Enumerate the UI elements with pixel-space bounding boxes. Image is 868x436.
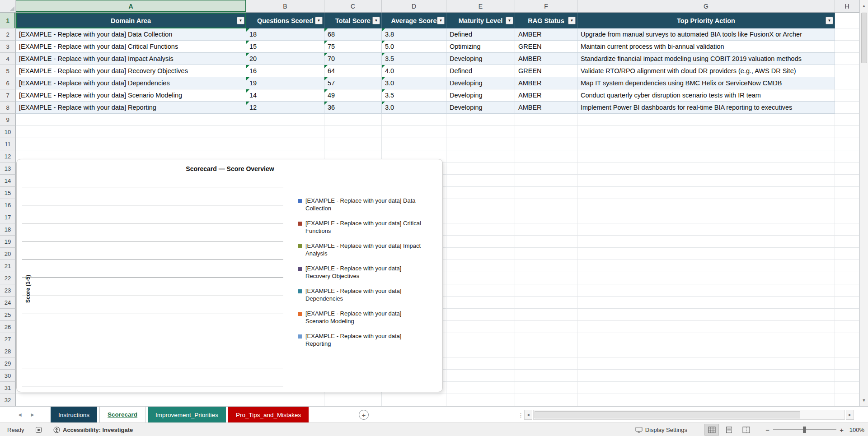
filter-button-A1[interactable]: ▼ (237, 17, 244, 24)
cell-B11[interactable] (246, 138, 324, 150)
cell-G3[interactable]: Maintain current process with bi-annual … (577, 41, 835, 53)
row-header-24[interactable]: 24 (0, 297, 16, 309)
cell-G21[interactable] (577, 260, 835, 272)
tab-strip-resize-handle[interactable]: ⋮ (518, 407, 524, 423)
cell-F19[interactable] (515, 236, 577, 248)
cell-G12[interactable] (577, 150, 835, 162)
cell-B5[interactable]: 16 (246, 65, 324, 77)
row-header-22[interactable]: 22 (0, 272, 16, 284)
cell-G24[interactable] (577, 297, 835, 309)
filter-button-E1[interactable]: ▼ (506, 17, 513, 24)
cell-A6[interactable]: [EXAMPLE - Replace with your data] Depen… (16, 77, 246, 89)
cell-C9[interactable] (324, 114, 382, 126)
cell-A10[interactable] (16, 126, 246, 138)
cell-G32[interactable] (577, 394, 835, 406)
cell-H16[interactable] (835, 199, 859, 211)
cell-H12[interactable] (835, 150, 859, 162)
cell-F8[interactable]: AMBER (515, 102, 577, 114)
cell-H6[interactable] (835, 77, 859, 89)
row-header-25[interactable]: 25 (0, 309, 16, 321)
cell-G29[interactable] (577, 357, 835, 370)
cell-E15[interactable] (446, 187, 515, 199)
cell-E18[interactable] (446, 223, 515, 236)
cell-D11[interactable] (382, 138, 446, 150)
sheet-nav-right-icon[interactable]: ► (30, 407, 35, 423)
cell-E29[interactable] (446, 357, 515, 370)
legend-item[interactable]: [EXAMPLE - Replace with your data] Recov… (298, 265, 422, 280)
cell-F30[interactable] (515, 370, 577, 382)
cell-C6[interactable]: 57 (324, 77, 382, 89)
cell-G13[interactable] (577, 162, 835, 175)
zoom-in-icon[interactable]: + (840, 423, 844, 436)
legend-item[interactable]: [EXAMPLE - Replace with your data] Impac… (298, 242, 422, 257)
cell-H13[interactable] (835, 162, 859, 175)
cell-F32[interactable] (515, 394, 577, 406)
cell-F22[interactable] (515, 272, 577, 284)
cell-E4[interactable]: Developing (446, 53, 515, 65)
cell-G2[interactable]: Upgrade from manual surveys to automated… (577, 28, 835, 41)
cell-C4[interactable]: 70 (324, 53, 382, 65)
cell-E16[interactable] (446, 199, 515, 211)
accessibility-status[interactable]: Accessibility: Investigate (53, 423, 133, 436)
legend-item[interactable]: [EXAMPLE - Replace with your data] Scena… (298, 310, 422, 325)
cell-E28[interactable] (446, 345, 515, 357)
display-settings-button[interactable]: Display Settings (635, 423, 687, 436)
row-header-6[interactable]: 6 (0, 77, 16, 89)
view-page-break-icon[interactable] (739, 424, 753, 436)
cell-F26[interactable] (515, 321, 577, 333)
cell-F5[interactable]: GREEN (515, 65, 577, 77)
cell-G19[interactable] (577, 236, 835, 248)
cell-E9[interactable] (446, 114, 515, 126)
cell-E8[interactable]: Developing (446, 102, 515, 114)
cell-H8[interactable] (835, 102, 859, 114)
cell-B3[interactable]: 15 (246, 41, 324, 53)
score-overview-chart[interactable]: Scorecard — Score Overview Score (1-5) [… (16, 159, 443, 392)
cell-D5[interactable]: 4.0 (382, 65, 446, 77)
cell-A7[interactable]: [EXAMPLE - Replace with your data] Scena… (16, 89, 246, 102)
cell-C32[interactable] (324, 394, 382, 406)
cell-H7[interactable] (835, 89, 859, 102)
cell-H4[interactable] (835, 53, 859, 65)
cell-D32[interactable] (382, 394, 446, 406)
cell-A1[interactable]: Domain Area▼ (16, 13, 246, 28)
select-all-corner[interactable] (0, 0, 16, 12)
cell-A32[interactable] (16, 394, 246, 406)
cell-E32[interactable] (446, 394, 515, 406)
row-header-26[interactable]: 26 (0, 321, 16, 333)
sheet-tab-Instructions[interactable]: Instructions (51, 407, 97, 423)
cell-D9[interactable] (382, 114, 446, 126)
column-header-G[interactable]: G (577, 0, 835, 12)
row-header-17[interactable]: 17 (0, 211, 16, 223)
cell-G11[interactable] (577, 138, 835, 150)
row-header-28[interactable]: 28 (0, 345, 16, 357)
cell-F20[interactable] (515, 248, 577, 260)
cell-G16[interactable] (577, 199, 835, 211)
cell-G15[interactable] (577, 187, 835, 199)
column-header-A[interactable]: A (16, 0, 246, 12)
cell-E13[interactable] (446, 162, 515, 175)
vertical-scrollbar-thumb[interactable] (861, 13, 867, 63)
record-macro-icon[interactable] (35, 423, 42, 436)
column-header-C[interactable]: C (324, 0, 382, 12)
row-header-5[interactable]: 5 (0, 65, 16, 77)
filter-button-B1[interactable]: ▼ (315, 17, 323, 24)
row-header-12[interactable]: 12 (0, 150, 16, 162)
cell-F10[interactable] (515, 126, 577, 138)
zoom-slider[interactable] (773, 429, 836, 430)
cell-D6[interactable]: 3.0 (382, 77, 446, 89)
cell-D8[interactable]: 3.0 (382, 102, 446, 114)
cell-H25[interactable] (835, 309, 859, 321)
vertical-scrollbar[interactable]: ▲ ▼ (859, 0, 868, 406)
row-header-4[interactable]: 4 (0, 53, 16, 65)
cell-G1[interactable]: Top Priority Action▼ (577, 13, 835, 28)
row-header-7[interactable]: 7 (0, 89, 16, 102)
cell-F28[interactable] (515, 345, 577, 357)
row-header-14[interactable]: 14 (0, 175, 16, 187)
cell-E23[interactable] (446, 284, 515, 297)
cell-F27[interactable] (515, 333, 577, 345)
cell-G10[interactable] (577, 126, 835, 138)
cell-H32[interactable] (835, 394, 859, 406)
cell-F13[interactable] (515, 162, 577, 175)
cell-F25[interactable] (515, 309, 577, 321)
cell-G25[interactable] (577, 309, 835, 321)
